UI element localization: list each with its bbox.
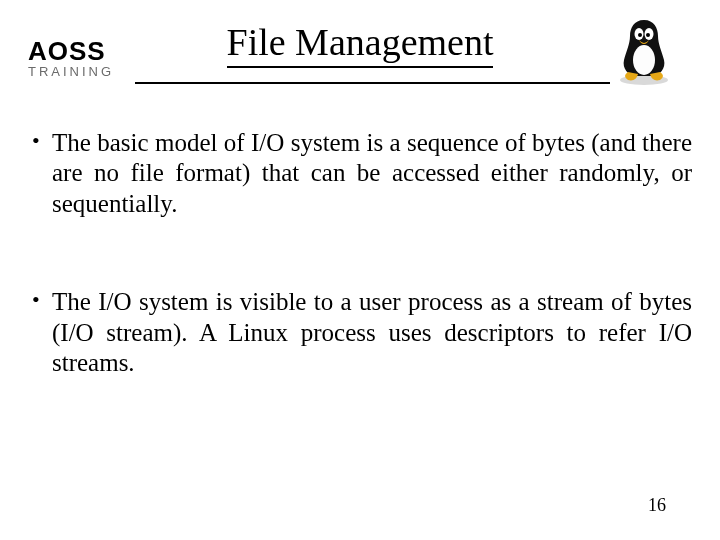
logo: AOSS TRAINING — [28, 38, 114, 78]
bullet-list: The basic model of I/O system is a seque… — [28, 128, 692, 379]
page-number: 16 — [648, 495, 666, 516]
slide-title: File Management — [227, 18, 494, 68]
svg-point-5 — [646, 33, 650, 37]
logo-sub: TRAINING — [28, 65, 114, 78]
svg-point-4 — [638, 33, 642, 37]
title-row: File Management — [20, 18, 700, 68]
header-rule — [135, 82, 610, 84]
logo-main: AOSS — [28, 38, 114, 64]
list-item: The basic model of I/O system is a seque… — [28, 128, 692, 220]
list-item: The I/O system is visible to a user proc… — [28, 287, 692, 379]
svg-point-1 — [633, 45, 655, 75]
slide-body: The basic model of I/O system is a seque… — [0, 68, 720, 379]
slide-header: AOSS TRAINING File Management — [0, 0, 720, 68]
tux-icon — [614, 14, 674, 86]
